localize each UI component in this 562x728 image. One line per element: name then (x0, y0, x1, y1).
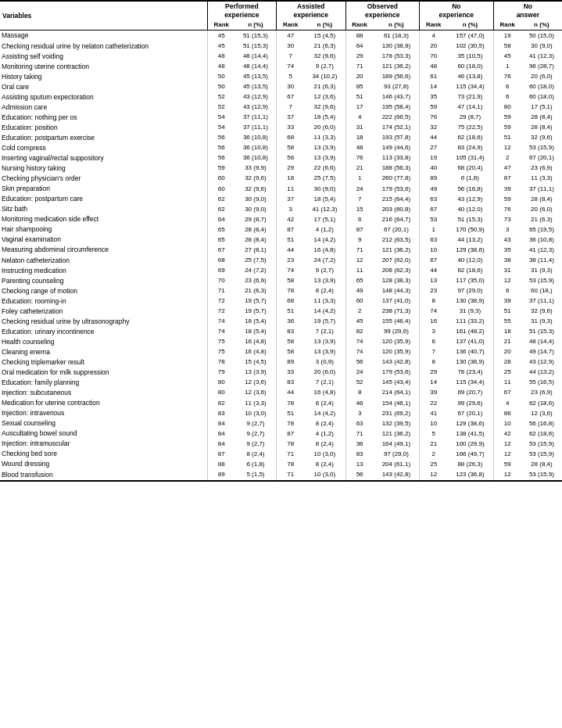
rank-cell: 48 (345, 143, 374, 153)
n-cell: 164 (49,1) (374, 439, 420, 449)
n-cell: 16 (4,8) (235, 347, 277, 357)
n-cell: 20 (6,0) (521, 72, 562, 82)
n-cell: 36 (10,8) (235, 133, 277, 143)
rank-sub-3: Rank (345, 20, 374, 30)
variable-name: Skin preparation (0, 184, 207, 194)
variable-name: Oral care (0, 82, 207, 92)
n-cell: 120 (35,9) (374, 347, 420, 357)
n-cell: 68 (20,4) (447, 163, 493, 174)
n-cell: 123 (36,8) (447, 470, 493, 481)
n-cell: 37 (11,1) (235, 123, 277, 133)
rank-cell: 51 (277, 307, 305, 317)
rank-cell: 45 (345, 317, 374, 327)
n-cell: 208 (62,3) (374, 266, 420, 276)
variable-name: Vaginal examination (0, 235, 207, 245)
rank-cell: 83 (207, 408, 235, 418)
variable-name: Hair shampooing (0, 224, 207, 235)
rank-cell: 8 (345, 388, 374, 398)
n-cell: 28 (8,4) (521, 459, 562, 469)
rank-cell: 29 (345, 52, 374, 62)
rank-cell: 68 (277, 133, 305, 143)
variable-name: Wound dressing (0, 459, 207, 469)
n-cell: 214 (64,1) (374, 388, 420, 398)
rank-cell: 58 (493, 41, 521, 52)
table-row: Cleaning enema7516 (4,8)5813 (3,9)74120 … (0, 347, 562, 357)
variable-name: Medication for uterine contraction (0, 398, 207, 408)
rank-cell: 42 (277, 214, 305, 224)
rank-cell: 87 (277, 224, 305, 235)
variable-name: Checking physician's order (0, 174, 207, 184)
n-cell: 174 (52,1) (374, 123, 420, 133)
no-exp-header: Noexperience (420, 1, 494, 20)
n-cell: 13 (3,9) (304, 347, 345, 357)
rank-cell: 51 (345, 92, 374, 102)
rank-cell: 3 (277, 204, 305, 214)
n-cell: 67 (20,1) (374, 224, 420, 235)
n-sub-3: n (%) (374, 20, 420, 30)
rank-cell: 35 (420, 92, 448, 102)
variable-name: Massage (0, 30, 207, 41)
rank-cell: 6 (493, 286, 521, 296)
n-cell: 8 (2,4) (304, 286, 345, 296)
n-cell: 28 (8,4) (521, 113, 562, 123)
n-cell: 28 (8,4) (235, 235, 277, 245)
variable-name: Education: postpartum care (0, 194, 207, 204)
n-cell: 14 (4,2) (304, 307, 345, 317)
table-row: Vaginal examination6528 (8,4)5114 (4,2)9… (0, 235, 562, 245)
n-cell: 53 (15,9) (521, 276, 562, 286)
n-cell: 137 (41,0) (374, 296, 420, 307)
n-cell: 143 (42,8) (374, 470, 420, 481)
n-cell: 60 (18,) (521, 286, 562, 296)
rank-cell: 20 (493, 347, 521, 357)
rank-cell: 52 (345, 378, 374, 388)
rank-cell: 21 (345, 163, 374, 174)
n-cell: 65 (19,5) (521, 224, 562, 235)
rank-cell: 59 (493, 123, 521, 133)
n-cell: 16 (4,8) (304, 388, 345, 398)
rank-cell: 7 (420, 347, 448, 357)
rank-cell: 7 (277, 52, 305, 62)
n-cell: 20 (6,0) (304, 368, 345, 378)
n-cell: 121 (36,2) (374, 245, 420, 255)
rank-cell: 42 (493, 429, 521, 439)
variable-name: Oral medication for milk suppression (0, 368, 207, 378)
rank-cell: 59 (420, 102, 448, 113)
rank-cell: 80 (207, 378, 235, 388)
n-cell: 32 (9,6) (304, 52, 345, 62)
rank-cell: 10 (493, 418, 521, 429)
rank-cell: 44 (420, 266, 448, 276)
rank-cell: 8 (420, 296, 448, 307)
n-cell: 24 (7,2) (235, 266, 277, 276)
n-cell: 44 (13,2) (447, 235, 493, 245)
variable-name: Checking residual urine by ultrasonograp… (0, 317, 207, 327)
table-row: Health counseling7516 (4,8)5813 (3,9)741… (0, 337, 562, 347)
rank-cell: 84 (207, 439, 235, 449)
rank-cell: 61 (420, 72, 448, 82)
n-cell: 32 (9,6) (521, 133, 562, 143)
rank-cell: 62 (207, 204, 235, 214)
rank-cell: 19 (420, 153, 448, 163)
n-cell: 75 (22,5) (447, 123, 493, 133)
variable-name: Checking residual urine by nelaton cathe… (0, 41, 207, 52)
n-cell: 21 (6,3) (304, 82, 345, 92)
rank-cell: 82 (345, 327, 374, 337)
rank-cell: 58 (277, 143, 305, 153)
n-cell: 53 (15,9) (521, 439, 562, 449)
rank-cell: 78 (277, 286, 305, 296)
n-cell: 195 (58,4) (374, 102, 420, 113)
rank-cell: 14 (420, 378, 448, 388)
variable-name: Monitoring uterine contraction (0, 62, 207, 72)
table-row: Massage4551 (15,3)4715 (4,5)8861 (18,3)4… (0, 30, 562, 41)
variable-name: Instructing medication (0, 266, 207, 276)
table-row: Medication for uterine contraction8211 (… (0, 398, 562, 408)
rank-cell: 35 (493, 245, 521, 255)
n-cell: 121 (36,2) (374, 429, 420, 439)
n-cell: 143 (42,8) (374, 357, 420, 368)
rank-cell: 31 (493, 266, 521, 276)
n-cell: 38 (11,4) (521, 256, 562, 266)
rank-cell: 43 (493, 235, 521, 245)
n-cell: 21 (6,3) (304, 41, 345, 52)
rank-cell: 84 (207, 429, 235, 439)
rank-cell: 11 (345, 266, 374, 276)
n-cell: 166 (49,7) (447, 449, 493, 459)
